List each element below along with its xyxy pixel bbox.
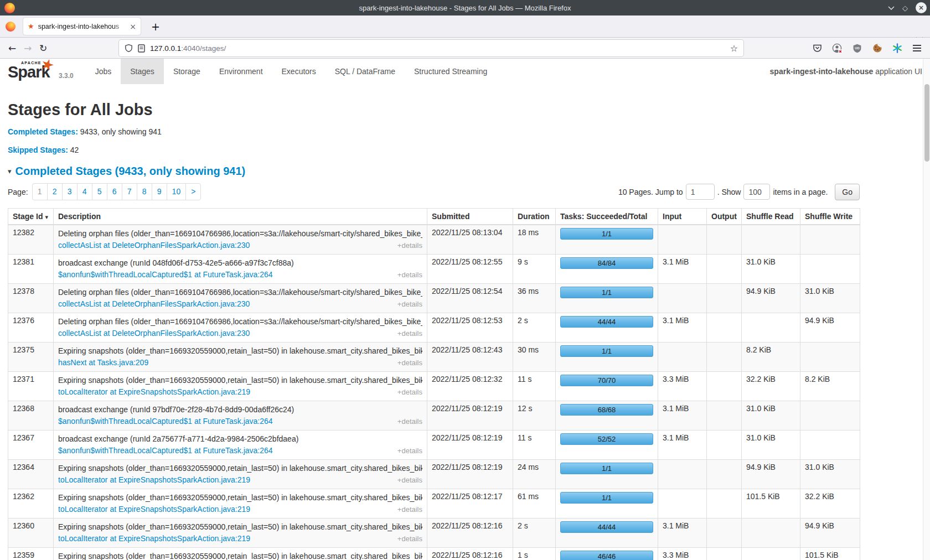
page-info-icon[interactable] [138, 44, 145, 53]
stage-callsite-link[interactable]: toLocalIterator at ExpireSnapshotsSparkA… [58, 387, 250, 397]
close-tab-icon[interactable]: × [130, 22, 136, 31]
description-cell: Expiring snapshots (older_than=166932055… [54, 459, 427, 489]
stage-callsite-link[interactable]: toLocalIterator at ExpireSnapshotsSparkA… [58, 533, 250, 544]
col-header-duration[interactable]: Duration [513, 209, 556, 225]
col-header-input[interactable]: Input [658, 209, 707, 225]
minimize-icon[interactable] [888, 6, 895, 10]
tasks-cell: 1/1 [556, 225, 658, 254]
new-tab-button[interactable]: + [148, 19, 163, 34]
cookie-extension-icon[interactable] [870, 41, 885, 56]
account-icon[interactable] [830, 41, 845, 56]
stage-description: Expiring snapshots (older_than=166932055… [58, 521, 422, 532]
description-cell: broadcast exchange (runId 97bdf70e-2f28-… [54, 401, 427, 430]
stage-id-cell: 12360 [8, 518, 54, 547]
page-label: Page: [8, 188, 28, 196]
stage-callsite-link[interactable]: toLocalIterator at ExpireSnapshotsSparkA… [58, 504, 250, 515]
firefox-icon[interactable] [6, 22, 16, 32]
jump-to-page-input[interactable] [686, 184, 715, 200]
stage-description: Expiring snapshots (older_than=166932055… [58, 492, 422, 503]
col-header-submitted[interactable]: Submitted [427, 209, 513, 225]
page-button-8[interactable]: 8 [137, 183, 152, 200]
tab-bar: ★ spark-ingest-into-lakehous × + [0, 15, 930, 38]
details-toggle[interactable]: +details [397, 475, 422, 485]
stage-callsite-link[interactable]: $anonfun$withThreadLocalCaptured$1 at Fu… [58, 445, 273, 456]
items-per-page-input[interactable] [743, 184, 770, 200]
ublock-origin-icon[interactable]: UO [850, 41, 865, 56]
skipped-stages-value: 42 [70, 146, 79, 154]
nav-tab-jobs[interactable]: Jobs [86, 59, 121, 84]
completed-stages-link[interactable]: Completed Stages: [8, 127, 78, 136]
back-icon[interactable]: ← [4, 40, 20, 56]
page-button-4[interactable]: 4 [77, 183, 92, 200]
stage-description: Deleting orphan files (older_than=166910… [58, 287, 422, 298]
nav-tab-structured-streaming[interactable]: Structured Streaming [405, 59, 497, 84]
col-header-output[interactable]: Output [707, 209, 742, 225]
details-toggle[interactable]: +details [397, 357, 422, 368]
skipped-stages-link[interactable]: Skipped Stages: [8, 146, 68, 154]
nav-tab-stages[interactable]: Stages [121, 59, 164, 84]
details-toggle[interactable]: +details [397, 269, 422, 280]
nav-tab-storage[interactable]: Storage [164, 59, 210, 84]
shuffle-write-cell: 94.9 KiB [800, 313, 860, 342]
output-cell [707, 254, 742, 283]
stage-callsite-link[interactable]: collectAsList at DeleteOrphanFilesSparkA… [58, 240, 250, 251]
stage-callsite-link[interactable]: $anonfun$withThreadLocalCaptured$1 at Fu… [58, 416, 273, 427]
page-button-9[interactable]: 9 [152, 183, 167, 200]
asterisk-extension-icon[interactable] [890, 41, 905, 56]
stage-id-cell: 12375 [8, 342, 54, 371]
stage-callsite-link[interactable]: collectAsList at DeleteOrphanFilesSparkA… [58, 328, 250, 339]
stage-callsite-link[interactable]: hasNext at Tasks.java:209 [58, 357, 148, 368]
nav-tab-executors[interactable]: Executors [272, 59, 326, 84]
completed-stages-section-toggle[interactable]: ▾ Completed Stages (9433, only showing 9… [8, 165, 860, 178]
stage-row: 12375 Expiring snapshots (older_than=166… [8, 342, 860, 371]
scrollbar-thumb[interactable] [924, 84, 929, 162]
col-header-stage-id[interactable]: Stage Id▾ [8, 209, 54, 225]
details-toggle[interactable]: +details [397, 240, 422, 251]
page-button-10[interactable]: 10 [167, 183, 187, 200]
output-cell [707, 547, 742, 560]
details-toggle[interactable]: +details [397, 504, 422, 515]
details-toggle[interactable]: +details [397, 328, 422, 339]
details-toggle[interactable]: +details [397, 416, 422, 427]
col-header-tasks[interactable]: Tasks: Succeeded/Total [556, 209, 658, 225]
input-cell: 3.1 MiB [658, 430, 707, 459]
details-toggle[interactable]: +details [397, 387, 422, 397]
col-header-shuffle-write[interactable]: Shuffle Write [800, 209, 860, 225]
stage-id-cell: 12359 [8, 547, 54, 560]
details-toggle[interactable]: +details [397, 533, 422, 544]
nav-tab-environment[interactable]: Environment [210, 59, 272, 84]
page-button-5[interactable]: 5 [92, 183, 107, 200]
page-button-2[interactable]: 2 [47, 183, 63, 200]
col-header-description[interactable]: Description [54, 209, 427, 225]
reload-icon[interactable]: ↻ [35, 40, 51, 56]
menu-hamburger-icon[interactable] [910, 41, 924, 56]
spark-logo[interactable]: APACHE Spark ★ [8, 59, 50, 84]
go-button[interactable]: Go [835, 184, 860, 200]
vertical-scrollbar[interactable] [923, 59, 930, 560]
stage-callsite-link[interactable]: toLocalIterator at ExpireSnapshotsSparkA… [58, 475, 250, 485]
page-button-3[interactable]: 3 [62, 183, 78, 200]
pocket-icon[interactable] [810, 41, 825, 56]
page-button-7[interactable]: 7 [122, 183, 137, 200]
maximize-icon[interactable]: ◇ [902, 4, 908, 12]
page-button-6[interactable]: 6 [107, 183, 122, 200]
url-bar[interactable]: 127.0.0.1:4040/stages/ ☆ [119, 40, 743, 56]
details-toggle[interactable]: +details [397, 445, 422, 456]
shield-icon[interactable] [125, 44, 133, 53]
details-toggle[interactable]: +details [397, 299, 422, 309]
stage-callsite-link[interactable]: $anonfun$withThreadLocalCaptured$1 at Fu… [58, 269, 273, 280]
pages-count-text: 10 Pages. Jump to [618, 188, 683, 196]
nav-tab-sql-dataframe[interactable]: SQL / DataFrame [326, 59, 405, 84]
page-button-1[interactable]: 1 [32, 183, 48, 200]
close-window-icon[interactable]: × [916, 2, 927, 13]
browser-tab[interactable]: ★ spark-ingest-into-lakehous × [23, 18, 141, 35]
task-progress-bar: 68/68 [560, 404, 653, 416]
bookmark-star-icon[interactable]: ☆ [730, 43, 738, 54]
stage-callsite-link[interactable]: collectAsList at DeleteOrphanFilesSparkA… [58, 299, 250, 309]
output-cell [707, 430, 742, 459]
stage-id-cell: 12382 [8, 225, 54, 254]
forward-icon[interactable]: → [20, 40, 35, 56]
next-page-button[interactable]: > [185, 183, 201, 200]
url-text[interactable]: 127.0.0.1:4040/stages/ [150, 44, 730, 53]
col-header-shuffle-read[interactable]: Shuffle Read [742, 209, 800, 225]
